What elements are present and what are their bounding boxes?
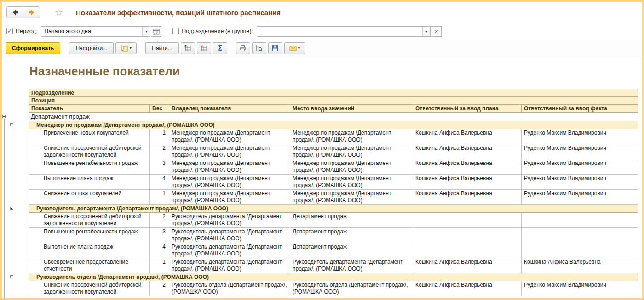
meta-row: Подразделение	[29, 89, 638, 97]
department-dropdown-button[interactable]: ▾	[422, 27, 430, 36]
report-title: Назначенные показатели	[29, 64, 644, 79]
department-checkbox[interactable]	[172, 28, 179, 34]
report-variants-button[interactable]: ▾	[115, 42, 137, 54]
cell-weight: 3	[150, 159, 169, 175]
cell-indicator: Повышение рентабельности продаж	[29, 228, 150, 243]
generate-button[interactable]: Сформировать	[6, 42, 60, 54]
forward-button[interactable]	[23, 6, 40, 18]
cell-weight: 1	[150, 258, 169, 273]
expand-groups-button[interactable]	[181, 42, 195, 54]
cell-indicator: Своевременное предоставление отчетности	[29, 258, 150, 273]
table-row: Снижение просроченной дебиторской задолж…	[29, 213, 638, 228]
tree-connector-line	[4, 119, 5, 300]
group-collapse-toggle[interactable]	[10, 123, 13, 126]
group-header-title: Руководитель отдела /Департамент продаж/…	[29, 273, 638, 281]
meta-row: Позиция	[29, 97, 638, 105]
favorite-star-icon[interactable]: ☆	[55, 8, 63, 17]
cell-place: Менеджер по продажам /Департамент продаж…	[290, 144, 413, 159]
chevron-down-icon: ▾	[426, 29, 427, 34]
period-combo[interactable]: Начало этого дня ▾	[41, 26, 150, 37]
cell-indicator: Привлечение новых покупателей	[29, 129, 150, 144]
table-row: Повышение рентабельности продаж3Руководи…	[29, 228, 638, 243]
cell-plan	[413, 228, 522, 243]
period-value: Начало этого дня	[41, 27, 142, 36]
save-button[interactable]	[268, 42, 282, 54]
cell-plan: Кошкина Анфиса Валерьевна	[413, 175, 522, 190]
cell-plan: Кошкина Анфиса Валерьевна	[413, 190, 522, 205]
group-collapse-toggle[interactable]	[2, 115, 6, 118]
table-row: Снижение оттока покупателей1Менеджер по …	[29, 190, 638, 205]
cell-plan: Кошкина Анфиса Валерьевна	[413, 258, 522, 273]
department-combo[interactable]: ▾	[257, 26, 431, 37]
calendar-button[interactable]	[151, 26, 161, 37]
app-window: ☆ Показатели эффективности, позиций штат…	[0, 0, 644, 300]
chevron-down-icon: ▾	[298, 46, 300, 50]
calendar-icon	[153, 28, 160, 35]
cell-fact: Руденко Максим Владимирович	[522, 144, 638, 159]
department-value	[257, 27, 422, 36]
autosum-button[interactable]: Σ	[213, 42, 227, 54]
group-collapse-toggle[interactable]	[10, 275, 13, 278]
collapse-groups-icon	[200, 45, 207, 52]
find-button[interactable]: Найти...	[145, 42, 178, 54]
department-label: Подразделение (в группе):	[182, 28, 253, 34]
printer-icon	[239, 45, 247, 52]
tree-connector-line	[12, 127, 12, 300]
period-checkbox[interactable]: ✓	[6, 28, 13, 34]
tree-gutter	[0, 57, 29, 300]
page-title: Показатели эффективности, позиций штатно…	[76, 9, 281, 17]
cell-owner: Менеджер по продажам /Департамент продаж…	[169, 190, 290, 205]
settings-button[interactable]: Настройки...	[69, 42, 114, 54]
cell-owner: Руководитель департамента /Департамент п…	[169, 258, 290, 273]
cell-weight: 2	[150, 281, 169, 296]
column-header-row: Показатель Вес Владелец показателя Место…	[29, 105, 638, 113]
preview-icon	[255, 45, 263, 52]
cell-indicator: Снижение просроченной дебиторской задолж…	[29, 281, 150, 296]
cell-owner: Менеджер по продажам /Департамент продаж…	[169, 144, 290, 159]
period-dropdown-button[interactable]: ▾	[142, 27, 150, 36]
chevron-down-icon: ▾	[145, 29, 147, 34]
arrow-left-icon	[12, 9, 19, 16]
send-email-button[interactable]: ▾	[284, 42, 305, 54]
table-row: Повышение рентабельности продаж3Менеджер…	[29, 159, 638, 175]
checkmark-icon: ✓	[7, 28, 12, 34]
cell-place: Руководитель отдела /Департамент продаж/…	[290, 281, 413, 296]
department-clear-button[interactable]: ×	[431, 26, 442, 37]
print-preview-button[interactable]	[252, 42, 266, 54]
cell-owner: Руководитель департамента /Департамент п…	[169, 243, 290, 258]
cell-indicator: Снижение оттока покупателей	[29, 190, 150, 205]
cell-fact: Руденко Максим Владимирович	[522, 281, 638, 296]
cell-fact: Руденко Максим Владимирович	[522, 159, 638, 175]
col-header-weight: Вес	[150, 105, 169, 113]
cell-plan: Кошкина Анфиса Валерьевна	[413, 144, 522, 159]
group-header-row: Менеджер по продажам /Департамент продаж…	[29, 121, 638, 129]
cell-place: Менеджер по продажам /Департамент продаж…	[290, 129, 413, 144]
meta-row-position: Позиция	[29, 97, 638, 105]
arrow-right-icon	[28, 9, 35, 16]
cell-owner: Руководитель отдела /Департамент продаж/…	[169, 281, 290, 296]
cell-plan	[413, 213, 522, 228]
cell-place: Департамент продаж	[290, 243, 413, 258]
period-label: Период:	[16, 28, 37, 34]
report-body: Назначенные показатели Подразделение Поз…	[29, 57, 644, 300]
group-collapse-toggle[interactable]	[10, 207, 13, 210]
cell-place: Менеджер по продажам /Департамент продаж…	[290, 159, 413, 175]
cell-place: Департамент продаж	[290, 213, 413, 228]
cell-fact	[522, 243, 638, 258]
toolbar: Сформировать Настройки... ▾ Найти... Σ	[0, 40, 644, 57]
back-button[interactable]	[6, 6, 23, 18]
cell-weight: 1	[150, 129, 169, 144]
print-button[interactable]	[236, 42, 250, 54]
report-table-body: Подразделение Позиция Показатель Вес Вла…	[29, 89, 638, 296]
cell-weight: 1	[150, 190, 169, 205]
group-header-title: Менеджер по продажам /Департамент продаж…	[29, 121, 638, 129]
cell-owner: Менеджер по продажам /Департамент продаж…	[169, 175, 290, 190]
collapse-groups-button[interactable]	[197, 42, 211, 54]
meta-row-department: Подразделение	[29, 89, 638, 97]
cell-weight: 4	[150, 243, 169, 258]
cell-plan: Кошкина Анфиса Валерьевна	[413, 281, 522, 296]
table-row: Своевременное предоставление отчетности1…	[29, 258, 638, 273]
col-header-indicator: Показатель	[29, 105, 150, 113]
cell-fact	[522, 213, 638, 228]
cell-indicator: Выполнение плана продаж	[29, 243, 150, 258]
